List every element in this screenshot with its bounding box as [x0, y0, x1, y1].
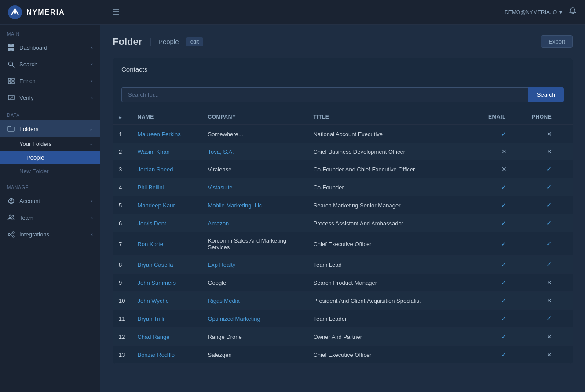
- contact-name-link[interactable]: Ron Korte: [137, 241, 163, 247]
- sidebar-item-search[interactable]: Search ‹: [0, 56, 100, 73]
- check-mark: ✓: [501, 333, 507, 340]
- sidebar-item-verify[interactable]: Verify ‹: [0, 89, 100, 106]
- contact-name-link[interactable]: Bonzar Rodillo: [137, 352, 175, 358]
- row-name: Phil Bellini: [131, 178, 201, 196]
- sidebar-item-label-dashboard: Dashboard: [19, 44, 91, 51]
- contact-name-link[interactable]: Bryan Casella: [137, 261, 173, 268]
- row-phone: ✕: [526, 292, 573, 310]
- breadcrumb-separator: |: [149, 37, 151, 46]
- sidebar-item-label-integrations: Integrations: [19, 231, 91, 238]
- table-row: 8 Bryan Casella Exp Realty Team Lead ✓ ✓: [113, 256, 573, 274]
- row-num: 13: [113, 346, 131, 364]
- row-company: Mobile Marketing, Llc: [201, 196, 307, 214]
- sidebar-item-label-team: Team: [19, 214, 91, 221]
- contact-name-link[interactable]: Bryan Trilli: [137, 316, 164, 322]
- row-name: Chad Range: [131, 328, 201, 346]
- sidebar-item-people[interactable]: People: [0, 151, 100, 164]
- sidebar-item-label-verify: Verify: [19, 94, 91, 101]
- row-title: Co-Founder: [307, 178, 482, 196]
- row-num: 6: [113, 214, 131, 232]
- company-link[interactable]: Optimized Marketing: [208, 316, 260, 322]
- page-title: Folder: [113, 36, 142, 47]
- search-input[interactable]: [121, 87, 528, 102]
- company-text: Salezgen: [208, 352, 231, 358]
- row-num: 5: [113, 196, 131, 214]
- row-name: Wasim Khan: [131, 143, 201, 160]
- new-folder-label: New Folder: [19, 168, 48, 174]
- content-area: Folder | People edit Export Contacts Sea…: [100, 25, 585, 392]
- sidebar-item-folders[interactable]: Folders ⌄: [0, 120, 100, 137]
- col-header-name: Name: [131, 109, 201, 125]
- row-email: ✓: [482, 310, 526, 328]
- row-email: ✓: [482, 346, 526, 364]
- row-title: Chief Executive Officer: [307, 232, 482, 256]
- edit-button[interactable]: edit: [186, 37, 203, 46]
- col-header-company: Company: [201, 109, 307, 125]
- row-email: ✕: [482, 143, 526, 160]
- row-num: 7: [113, 232, 131, 256]
- company-link[interactable]: Exp Realty: [208, 261, 235, 268]
- contact-name-link[interactable]: Phil Bellini: [137, 184, 164, 191]
- section-label-main: MAIN: [0, 25, 100, 39]
- row-phone: ✓: [526, 160, 573, 178]
- company-link[interactable]: Tova, S.A.: [208, 149, 234, 155]
- check-mark: ✓: [546, 183, 552, 191]
- search-bar: Search: [113, 80, 573, 109]
- contact-name-link[interactable]: Jervis Dent: [137, 220, 166, 227]
- row-title: Chief Executive Officer: [307, 346, 482, 364]
- integrations-icon: [7, 230, 15, 238]
- check-mark: ✓: [501, 261, 507, 268]
- col-header-phone: Phone: [526, 109, 573, 125]
- row-title: President And Client-Acquisition Special…: [307, 292, 482, 310]
- row-num: 1: [113, 125, 131, 143]
- contact-name-link[interactable]: Jordan Speed: [137, 166, 173, 173]
- check-mark: ✓: [546, 240, 552, 247]
- company-link[interactable]: Rigas Media: [208, 298, 239, 304]
- col-header-title: Title: [307, 109, 482, 125]
- row-num: 11: [113, 310, 131, 328]
- row-company: Tova, S.A.: [201, 143, 307, 160]
- company-link[interactable]: Mobile Marketing, Llc: [208, 202, 262, 209]
- check-mark: ✓: [546, 165, 552, 173]
- team-icon: [7, 214, 15, 221]
- row-num: 10: [113, 292, 131, 310]
- check-mark: ✓: [501, 130, 507, 138]
- company-link[interactable]: Vistasuite: [208, 184, 232, 191]
- company-text: Korcomm Sales And Marketing Services: [208, 237, 286, 250]
- hamburger-button[interactable]: ☰: [109, 6, 123, 19]
- row-name: Ron Korte: [131, 232, 201, 256]
- contacts-title: Contacts: [121, 65, 147, 73]
- svg-point-14: [10, 199, 12, 201]
- contact-name-link[interactable]: Maureen Perkins: [137, 131, 180, 138]
- sidebar-item-team[interactable]: Team ‹: [0, 209, 100, 226]
- logo-text: NYMERIA: [26, 8, 65, 16]
- contact-name-link[interactable]: Wasim Khan: [137, 149, 169, 155]
- notifications-button[interactable]: [569, 7, 576, 17]
- contact-name-link[interactable]: John Wyche: [137, 298, 168, 304]
- contact-name-link[interactable]: Mandeep Kaur: [137, 202, 175, 209]
- row-phone: ✕: [526, 125, 573, 143]
- sidebar-item-integrations[interactable]: Integrations ‹: [0, 226, 100, 243]
- chevron-icon: ‹: [91, 62, 93, 67]
- contact-name-link[interactable]: Chad Range: [137, 334, 169, 340]
- svg-line-20: [10, 232, 12, 234]
- svg-point-16: [12, 215, 14, 217]
- svg-rect-10: [8, 82, 11, 84]
- sidebar-item-new-folder[interactable]: New Folder: [0, 164, 100, 178]
- export-button[interactable]: Export: [541, 35, 573, 48]
- contacts-table: # Name Company Title Email Phone 1 Maure…: [113, 109, 573, 364]
- sidebar-item-account[interactable]: Account ‹: [0, 192, 100, 209]
- sidebar-item-enrich[interactable]: Enrich ‹: [0, 73, 100, 89]
- table-row: 10 John Wyche Rigas Media President And …: [113, 292, 573, 310]
- row-phone: ✓: [526, 310, 573, 328]
- sidebar-item-label-search: Search: [19, 61, 91, 68]
- contacts-panel: Contacts Search # Name Company Title Ema…: [113, 58, 573, 364]
- search-button[interactable]: Search: [528, 87, 564, 102]
- row-phone: ✓: [526, 196, 573, 214]
- company-link[interactable]: Amazon: [208, 220, 229, 227]
- account-menu-button[interactable]: DEMO@NYMERIA.IO ▾: [505, 9, 562, 15]
- sidebar-item-dashboard[interactable]: Dashboard ‹: [0, 39, 100, 56]
- contact-name-link[interactable]: John Summers: [137, 279, 176, 286]
- sidebar-item-your-folders[interactable]: Your Folders ⌄: [0, 137, 100, 151]
- table-row: 3 Jordan Speed Viralease Co-Founder And …: [113, 160, 573, 178]
